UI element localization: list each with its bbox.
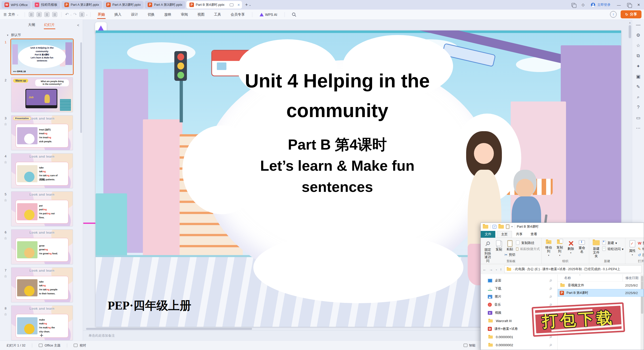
close-button[interactable]: × (637, 2, 640, 8)
breadcrumb-item[interactable]: 课件+教案+试卷 (542, 267, 566, 271)
explorer-tab-share[interactable]: 共享 (512, 231, 527, 238)
help-icon[interactable]: ? (632, 102, 644, 113)
explorer-title-bar[interactable]: ✓ ▾ Part B 第4课时 (481, 223, 644, 230)
redo-icon[interactable]: ↷ (73, 12, 77, 17)
explorer-tab-home[interactable]: 主页 (497, 231, 512, 238)
menu-tab-5[interactable]: 审阅 (176, 10, 193, 20)
design-icon[interactable]: ▣ (632, 71, 644, 82)
comment-icon[interactable]: ▭ (632, 113, 644, 123)
forward-icon[interactable]: → (489, 267, 493, 271)
ribbon-small-button[interactable]: 粘贴快捷方式 (515, 246, 540, 252)
ribbon-button[interactable]: 复制 (493, 239, 504, 252)
tab-outline[interactable]: 大纲 (28, 23, 35, 27)
document-tab[interactable]: PPart A 第3课时.pptx (145, 1, 185, 9)
theme-label[interactable]: Office 主题 (45, 343, 60, 348)
slide-thumbnail[interactable]: Look and learngrowgrowingI'm growing foo… (11, 229, 73, 264)
app-center-icon[interactable]: ◇ (582, 3, 585, 7)
beautify-icon[interactable]: ✦ (632, 61, 644, 71)
back-icon[interactable]: ← (483, 267, 487, 271)
file-menu[interactable]: ☰ 文件⌄ (0, 12, 22, 17)
more-icon[interactable]: ⋯ (632, 123, 644, 133)
nav-item[interactable]: ↓下载⚲ (481, 285, 557, 293)
slide-thumbnail[interactable]: Look and learnputputtingI'm putting outf… (11, 191, 73, 226)
sign-icon[interactable]: ✎ (632, 82, 644, 92)
nav-item[interactable]: 桌面⚲ (481, 276, 557, 285)
ribbon-small-button[interactable]: +新建▾ (602, 240, 624, 246)
explorer-tab-view[interactable]: 查看 (527, 231, 541, 238)
slide-thumbnail[interactable]: Look and learntaketakingI'm taking care … (11, 153, 73, 188)
restore-button[interactable] (627, 3, 631, 7)
slide-thumbnail[interactable]: Look and learnPresentationtreat (治疗)trea… (11, 115, 73, 150)
ribbon-button[interactable]: ←移动到▾ (543, 239, 554, 257)
document-tab[interactable]: PPart B 第4课时.pptx✕ (186, 1, 242, 9)
breadcrumb-item[interactable]: 0.1-PEP4上 (603, 267, 620, 271)
share-button[interactable]: ↻ 分享 (621, 10, 641, 18)
document-tab[interactable]: ❧找稻壳模板 (32, 1, 60, 9)
find-icon[interactable]: ⌕ (632, 92, 644, 102)
tab-list-dropdown-icon[interactable]: ⌄ (249, 3, 251, 7)
menu-tab-8[interactable]: 会员专享 (226, 10, 250, 20)
qat-new-folder-icon[interactable] (498, 225, 504, 229)
qat-paste-icon[interactable] (506, 224, 509, 229)
layout-icon[interactable]: ⧉ (632, 51, 644, 61)
minimize-button[interactable]: — (617, 3, 621, 7)
menu-tab-4[interactable]: 放映 (159, 10, 176, 20)
login-link[interactable]: 立即登录 (597, 3, 610, 7)
ribbon-button[interactable]: 粘贴 (504, 239, 515, 252)
slide-thumbnail[interactable]: Unit 4 Helping in thecommunityPart B 第4课… (11, 39, 73, 74)
ribbon-button[interactable]: 删除▾ (565, 239, 576, 255)
save-icon[interactable] (29, 12, 34, 17)
column-date[interactable]: 修改日期 (623, 274, 638, 281)
up-icon[interactable]: ↑ (500, 267, 502, 271)
undo-icon[interactable]: ↶ (65, 12, 69, 17)
breadcrumb-item[interactable]: 办公 (E:) (527, 267, 540, 271)
ribbon-small-button[interactable]: ✎编辑 (638, 246, 644, 252)
file-row[interactable]: 音视频文件2025/9/2 (558, 282, 644, 289)
ribbon-button[interactable]: I重命名 (576, 239, 587, 255)
menu-tab-7[interactable]: 工具 (209, 10, 226, 20)
breadcrumb-item[interactable]: 此电脑 (515, 267, 525, 271)
menu-tab-3[interactable]: 切换 (143, 10, 159, 20)
menu-tab-6[interactable]: 视图 (193, 10, 209, 20)
menu-tab-1[interactable]: 插入 (110, 10, 126, 20)
proof-label[interactable]: 校对 (79, 343, 86, 348)
tab-slides[interactable]: 幻灯片 (44, 23, 55, 27)
print-icon[interactable] (45, 12, 49, 17)
print-preview-icon[interactable] (52, 12, 57, 17)
wps-ai-menu[interactable]: WPS AI (255, 10, 282, 20)
smart-label[interactable]: 智能 (469, 343, 475, 348)
recent-dropdown-icon[interactable]: ⌄ (495, 268, 497, 271)
qat-dropdown-icon[interactable]: ▾ (511, 225, 513, 228)
collapse-pane-icon[interactable]: — (632, 20, 644, 30)
ribbon-small-button[interactable]: W打开 (638, 240, 644, 246)
format-painter-icon[interactable] (79, 12, 84, 17)
present-monitor-icon[interactable] (230, 4, 233, 6)
collapse-panel-icon[interactable]: < (77, 23, 79, 27)
animation-icon[interactable]: ☆ (632, 40, 644, 51)
slide-thumbnail[interactable]: Look and learntaketakingI'm taking peopl… (11, 267, 73, 302)
document-tab[interactable]: WWPS Office (2, 1, 31, 9)
document-tab[interactable]: PPart A 第2课时.pptx (103, 1, 144, 9)
cloud-upload-icon[interactable]: ↑ (610, 11, 617, 18)
slide-thumbnail[interactable]: Warm upWhat are people doingin the commu… (11, 77, 73, 112)
ribbon-small-button[interactable]: 复制路径 (515, 240, 540, 246)
sidebar-scrollbar[interactable] (80, 42, 82, 133)
address-box[interactable]: ›此电脑›办公 (E:)›课件+教案+试卷›2025年秋›已经完成的›0.1-P… (504, 265, 642, 273)
section-header[interactable]: ▼ 默认节 (0, 30, 83, 38)
adjust-icon[interactable]: ⚙ (632, 30, 644, 40)
slide-footer-text[interactable]: PEP·四年级上册 (108, 298, 191, 313)
document-tab[interactable]: PPart A 第1课时.pptx (61, 1, 102, 9)
menu-tab-0[interactable]: 开始 (93, 10, 110, 20)
avatar[interactable] (591, 3, 595, 7)
column-name[interactable]: 名称 (558, 276, 571, 280)
qat-properties-icon[interactable]: ✓ (493, 225, 496, 229)
explorer-tab-file[interactable]: 文件 (481, 231, 495, 238)
menu-tab-2[interactable]: 设计 (126, 10, 143, 20)
ribbon-small-button[interactable]: →轻松访问▾ (602, 246, 624, 252)
search-icon[interactable] (292, 12, 296, 17)
multi-window-icon[interactable] (572, 3, 575, 7)
file-row[interactable]: PPart B 第4课时2025/9/2 (558, 289, 644, 297)
ribbon-button[interactable]: 新建 文件夹 (591, 239, 602, 259)
nav-item[interactable]: 图片⚲ (481, 293, 557, 301)
ribbon-small-button[interactable]: ✂剪切 (504, 252, 515, 258)
